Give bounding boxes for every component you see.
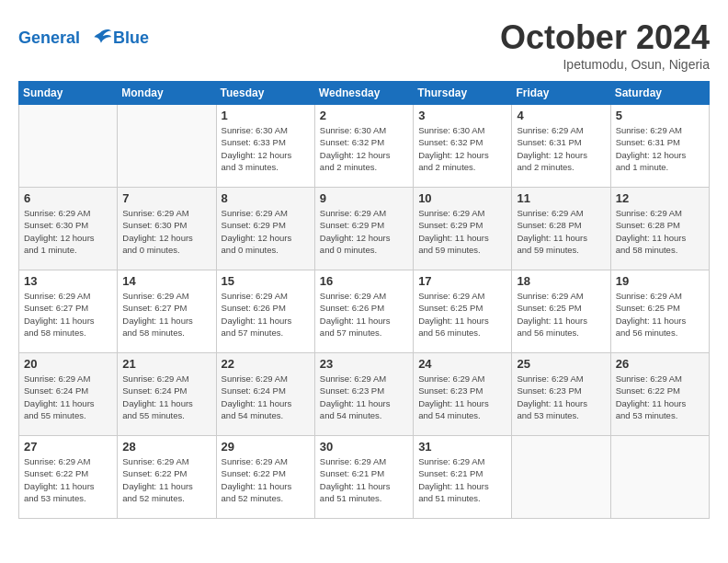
day-info: Sunrise: 6:30 AM Sunset: 6:32 PM Dayligh… — [418, 124, 506, 173]
day-number: 11 — [517, 191, 605, 205]
day-number: 30 — [320, 440, 408, 454]
day-number: 25 — [517, 357, 605, 371]
day-number: 24 — [418, 357, 506, 371]
calendar-cell: 30Sunrise: 6:29 AM Sunset: 6:21 PM Dayli… — [314, 436, 413, 519]
logo-general: General — [18, 29, 80, 47]
calendar-cell: 29Sunrise: 6:29 AM Sunset: 6:22 PM Dayli… — [216, 436, 314, 519]
logo-bird-icon — [87, 26, 113, 52]
column-header-wednesday: Wednesday — [314, 82, 413, 105]
day-number: 26 — [616, 357, 704, 371]
calendar-cell: 21Sunrise: 6:29 AM Sunset: 6:24 PM Dayli… — [118, 353, 216, 436]
day-number: 19 — [616, 274, 704, 288]
day-info: Sunrise: 6:29 AM Sunset: 6:22 PM Dayligh… — [24, 455, 112, 504]
day-number: 15 — [222, 274, 310, 288]
calendar-cell — [118, 105, 216, 188]
calendar-cell: 7Sunrise: 6:29 AM Sunset: 6:30 PM Daylig… — [118, 188, 216, 270]
day-number: 21 — [122, 357, 210, 371]
day-info: Sunrise: 6:29 AM Sunset: 6:24 PM Dayligh… — [24, 373, 112, 421]
calendar-cell: 25Sunrise: 6:29 AM Sunset: 6:23 PM Dayli… — [512, 353, 610, 436]
calendar-cell: 15Sunrise: 6:29 AM Sunset: 6:26 PM Dayli… — [216, 270, 314, 353]
column-header-sunday: Sunday — [19, 82, 118, 105]
day-number: 23 — [320, 357, 408, 371]
calendar-cell: 24Sunrise: 6:29 AM Sunset: 6:23 PM Dayli… — [414, 353, 512, 436]
calendar-week-2: 6Sunrise: 6:29 AM Sunset: 6:30 PM Daylig… — [19, 188, 710, 270]
calendar-cell: 23Sunrise: 6:29 AM Sunset: 6:23 PM Dayli… — [314, 353, 413, 436]
calendar-cell — [610, 436, 709, 519]
day-info: Sunrise: 6:29 AM Sunset: 6:24 PM Dayligh… — [222, 373, 310, 421]
day-number: 2 — [320, 109, 408, 122]
day-number: 4 — [517, 109, 605, 122]
day-info: Sunrise: 6:29 AM Sunset: 6:21 PM Dayligh… — [418, 455, 506, 504]
day-number: 8 — [222, 191, 310, 205]
calendar-cell — [512, 436, 610, 519]
calendar-week-1: 1Sunrise: 6:30 AM Sunset: 6:33 PM Daylig… — [19, 105, 710, 188]
column-header-monday: Monday — [118, 82, 216, 105]
day-info: Sunrise: 6:29 AM Sunset: 6:29 PM Dayligh… — [222, 207, 310, 256]
day-info: Sunrise: 6:29 AM Sunset: 6:24 PM Dayligh… — [122, 373, 210, 421]
day-number: 16 — [320, 274, 408, 288]
calendar-cell: 8Sunrise: 6:29 AM Sunset: 6:29 PM Daylig… — [216, 188, 314, 270]
calendar-cell: 9Sunrise: 6:29 AM Sunset: 6:29 PM Daylig… — [314, 188, 413, 270]
day-info: Sunrise: 6:30 AM Sunset: 6:32 PM Dayligh… — [320, 124, 408, 173]
calendar-cell: 17Sunrise: 6:29 AM Sunset: 6:25 PM Dayli… — [414, 270, 512, 353]
calendar-cell: 22Sunrise: 6:29 AM Sunset: 6:24 PM Dayli… — [216, 353, 314, 436]
day-info: Sunrise: 6:29 AM Sunset: 6:25 PM Dayligh… — [418, 290, 506, 339]
day-number: 6 — [24, 191, 112, 205]
day-info: Sunrise: 6:29 AM Sunset: 6:23 PM Dayligh… — [320, 373, 408, 421]
day-number: 7 — [122, 191, 210, 205]
day-info: Sunrise: 6:29 AM Sunset: 6:22 PM Dayligh… — [616, 373, 704, 421]
calendar-week-3: 13Sunrise: 6:29 AM Sunset: 6:27 PM Dayli… — [19, 270, 710, 353]
day-info: Sunrise: 6:29 AM Sunset: 6:26 PM Dayligh… — [320, 290, 408, 339]
day-number: 29 — [222, 440, 310, 454]
calendar-cell: 3Sunrise: 6:30 AM Sunset: 6:32 PM Daylig… — [414, 105, 512, 188]
day-number: 5 — [616, 109, 704, 122]
day-number: 9 — [320, 191, 408, 205]
day-info: Sunrise: 6:29 AM Sunset: 6:29 PM Dayligh… — [418, 207, 506, 256]
calendar-cell: 14Sunrise: 6:29 AM Sunset: 6:27 PM Dayli… — [118, 270, 216, 353]
calendar-header-row: SundayMondayTuesdayWednesdayThursdayFrid… — [19, 82, 710, 105]
column-header-friday: Friday — [512, 82, 610, 105]
day-info: Sunrise: 6:29 AM Sunset: 6:30 PM Dayligh… — [122, 207, 210, 256]
calendar-cell: 1Sunrise: 6:30 AM Sunset: 6:33 PM Daylig… — [216, 105, 314, 188]
calendar-cell: 13Sunrise: 6:29 AM Sunset: 6:27 PM Dayli… — [19, 270, 118, 353]
calendar-cell: 19Sunrise: 6:29 AM Sunset: 6:25 PM Dayli… — [610, 270, 709, 353]
calendar-cell: 28Sunrise: 6:29 AM Sunset: 6:22 PM Dayli… — [118, 436, 216, 519]
calendar-cell — [19, 105, 118, 188]
day-info: Sunrise: 6:29 AM Sunset: 6:26 PM Dayligh… — [222, 290, 310, 339]
column-header-saturday: Saturday — [610, 82, 709, 105]
day-number: 18 — [517, 274, 605, 288]
day-info: Sunrise: 6:29 AM Sunset: 6:28 PM Dayligh… — [616, 207, 704, 256]
page-header: General Blue October 2024 Ipetumodu, Osu… — [18, 18, 710, 72]
calendar-cell: 11Sunrise: 6:29 AM Sunset: 6:28 PM Dayli… — [512, 188, 610, 270]
title-block: October 2024 Ipetumodu, Osun, Nigeria — [500, 18, 710, 72]
calendar-body: 1Sunrise: 6:30 AM Sunset: 6:33 PM Daylig… — [19, 105, 710, 519]
day-info: Sunrise: 6:29 AM Sunset: 6:31 PM Dayligh… — [517, 124, 605, 173]
calendar-cell: 27Sunrise: 6:29 AM Sunset: 6:22 PM Dayli… — [19, 436, 118, 519]
calendar-table: SundayMondayTuesdayWednesdayThursdayFrid… — [18, 81, 710, 519]
day-info: Sunrise: 6:29 AM Sunset: 6:25 PM Dayligh… — [517, 290, 605, 339]
calendar-week-4: 20Sunrise: 6:29 AM Sunset: 6:24 PM Dayli… — [19, 353, 710, 436]
day-info: Sunrise: 6:29 AM Sunset: 6:27 PM Dayligh… — [24, 290, 112, 339]
day-info: Sunrise: 6:29 AM Sunset: 6:22 PM Dayligh… — [122, 455, 210, 504]
day-info: Sunrise: 6:29 AM Sunset: 6:23 PM Dayligh… — [517, 373, 605, 421]
day-info: Sunrise: 6:29 AM Sunset: 6:28 PM Dayligh… — [517, 207, 605, 256]
day-info: Sunrise: 6:29 AM Sunset: 6:30 PM Dayligh… — [24, 207, 112, 256]
day-number: 17 — [418, 274, 506, 288]
calendar-cell: 18Sunrise: 6:29 AM Sunset: 6:25 PM Dayli… — [512, 270, 610, 353]
location: Ipetumodu, Osun, Nigeria — [500, 57, 710, 72]
day-number: 3 — [418, 109, 506, 122]
calendar-cell: 2Sunrise: 6:30 AM Sunset: 6:32 PM Daylig… — [314, 105, 413, 188]
day-number: 13 — [24, 274, 112, 288]
day-info: Sunrise: 6:29 AM Sunset: 6:21 PM Dayligh… — [320, 455, 408, 504]
calendar-cell: 16Sunrise: 6:29 AM Sunset: 6:26 PM Dayli… — [314, 270, 413, 353]
day-number: 22 — [222, 357, 310, 371]
calendar-cell: 4Sunrise: 6:29 AM Sunset: 6:31 PM Daylig… — [512, 105, 610, 188]
day-number: 20 — [24, 357, 112, 371]
day-info: Sunrise: 6:29 AM Sunset: 6:25 PM Dayligh… — [616, 290, 704, 339]
day-info: Sunrise: 6:29 AM Sunset: 6:23 PM Dayligh… — [418, 373, 506, 421]
day-info: Sunrise: 6:29 AM Sunset: 6:27 PM Dayligh… — [122, 290, 210, 339]
day-info: Sunrise: 6:30 AM Sunset: 6:33 PM Dayligh… — [222, 124, 310, 173]
calendar-cell: 12Sunrise: 6:29 AM Sunset: 6:28 PM Dayli… — [610, 188, 709, 270]
calendar-cell: 10Sunrise: 6:29 AM Sunset: 6:29 PM Dayli… — [414, 188, 512, 270]
column-header-tuesday: Tuesday — [216, 82, 314, 105]
